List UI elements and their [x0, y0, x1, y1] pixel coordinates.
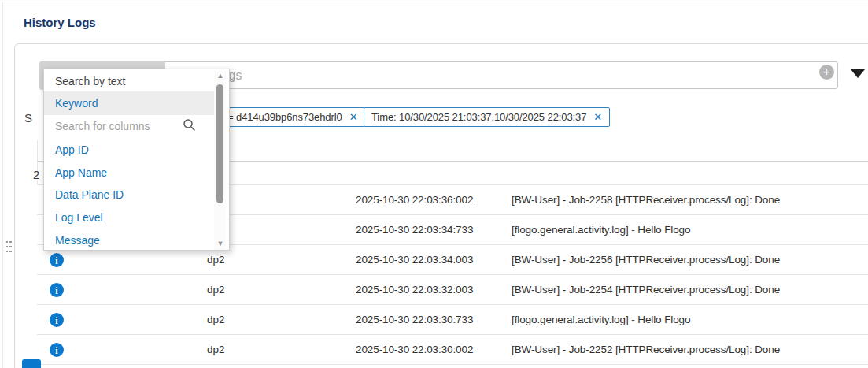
chip-close-icon[interactable]: ✕ [593, 111, 602, 123]
time-cell: 2025-10-30 22:03:34:733 [356, 224, 473, 236]
count-text-fragment: 2 [33, 168, 39, 181]
namespace-cell: dp2 [207, 254, 225, 266]
time-cell: 2025-10-30 22:03:30:002 [356, 344, 473, 355]
filter-chip-text: = d414u39bp6ns73ehdrl0 [227, 111, 342, 123]
info-glyph: i [55, 255, 57, 266]
time-cell: 2025-10-30 22:03:34:003 [356, 254, 473, 266]
info-icon[interactable]: i [50, 283, 64, 297]
table-row[interactable]: i dp2 2025-10-30 22:03:32:003 [BW-User] … [37, 275, 868, 305]
dropdown-group-label: Search by text [55, 72, 126, 91]
dropdown-item-message[interactable]: Message [55, 231, 100, 250]
info-icon[interactable]: i [50, 343, 64, 357]
filter-chip-text: Time: 10/30/2025 21:03:37,10/30/2025 22:… [371, 111, 586, 123]
scroll-up-icon[interactable]: ▲ [216, 72, 225, 80]
page-title: History Logs [24, 16, 96, 29]
magnifier-icon [183, 118, 196, 132]
message-cell: [BW-User] - Job-2256 [HTTPReceiver.proce… [512, 254, 780, 266]
page-left-divider [2, 2, 3, 368]
page-top-divider [0, 2, 868, 2]
namespace-cell: dp2 [207, 284, 225, 296]
dropdown-item-keyword[interactable]: Keyword [55, 94, 98, 113]
dropdown-item-app-name[interactable]: App Name [55, 163, 107, 182]
info-glyph: i [55, 345, 57, 356]
filter-chip-time: Time: 10/30/2025 21:03:37,10/30/2025 22:… [364, 107, 610, 127]
table-row[interactable]: i dp2 2025-10-30 22:03:30:002 [BW-User] … [37, 335, 868, 365]
table-row[interactable]: i dp2 2025-10-30 22:03:30:733 [flogo.gen… [37, 305, 868, 335]
message-cell: [BW-User] - Job-2258 [HTTPReceiver.proce… [512, 194, 780, 206]
cut-off-blue-element [22, 359, 41, 368]
caret-down-icon[interactable] [851, 69, 865, 78]
time-cell: 2025-10-30 22:03:36:002 [356, 194, 473, 206]
time-cell: 2025-10-30 22:03:32:003 [356, 284, 473, 296]
namespace-cell: dp2 [207, 314, 225, 325]
dropdown-item-log-level[interactable]: Log Level [55, 208, 103, 227]
info-glyph: i [55, 315, 57, 326]
scroll-down-icon[interactable]: ▼ [216, 240, 225, 247]
chip-close-icon[interactable]: ✕ [349, 111, 358, 123]
message-cell: [BW-User] - Job-2252 [HTTPReceiver.proce… [512, 344, 780, 355]
drag-handle-icon[interactable] [5, 240, 13, 253]
message-cell: [flogo.general.activity.log] - Hello Flo… [512, 224, 690, 236]
info-glyph: i [55, 285, 57, 296]
filters-label-fragment: S [24, 111, 32, 125]
search-field-dropdown: Search by text Keyword App IDApp NameDat… [43, 69, 230, 251]
dropdown-item-data-plane-id[interactable]: Data Plane ID [55, 185, 124, 204]
namespace-cell: dp2 [207, 344, 225, 355]
message-cell: [BW-User] - Job-2254 [HTTPReceiver.proce… [512, 284, 780, 296]
dropdown-item-app-id[interactable]: App ID [55, 140, 89, 159]
dropdown-scrollbar-thumb[interactable] [216, 84, 223, 203]
column-search-input[interactable] [55, 117, 177, 135]
message-cell: [flogo.general.activity.log] - Hello Flo… [512, 314, 690, 325]
time-cell: 2025-10-30 22:03:30:733 [356, 314, 473, 325]
info-icon[interactable]: i [50, 253, 64, 267]
filter-chip-app-id: = d414u39bp6ns73ehdrl0 ✕ [220, 107, 365, 127]
plus-circle-icon[interactable]: + [819, 65, 834, 80]
info-icon[interactable]: i [50, 313, 64, 327]
history-logs-page: History Logs + S = d414u39bp6ns73ehdrl0 … [0, 0, 868, 368]
